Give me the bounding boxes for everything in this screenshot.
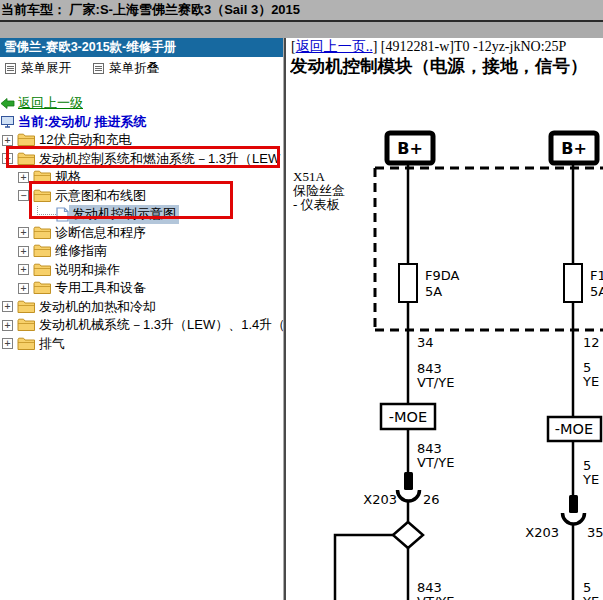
sidebar-item-9[interactable]: +发动机的加热和冷却 [0,298,283,317]
folder-icon [17,337,36,351]
tree-item-label[interactable]: 诊断信息和程序 [52,224,149,243]
fuse-name-right: F1 [590,268,603,283]
current-vehicle-bar: 当前车型： 厂家:S-上海雪佛兰赛欧3（Sail 3）2015 [0,0,603,22]
current-node-label: 当前:发动机/ 推进系统 [14,113,147,131]
tree-item-label[interactable]: 维修指南 [52,242,110,261]
folder-icon [17,152,36,166]
expand-toggle-icon[interactable]: + [2,338,13,349]
navigation-tree: 返回上一级 当前:发动机/ 推进系统 +12伏启动和充电−发动机控制系统和燃油系… [0,94,283,353]
folder-icon [33,226,52,240]
folder-icon [33,170,52,184]
manual-title: 雪佛兰-赛欧3-2015款-维修手册 [0,38,283,57]
wire-branch-left [335,535,393,600]
wire-circuit-right-mid: 5 [583,458,591,473]
b-plus-label-right: B+ [561,139,587,158]
sidebar-item-8[interactable]: +专用工具和设备 [0,279,283,298]
expand-toggle-icon[interactable]: + [18,227,29,238]
wire-color-right-top: YE [582,374,599,389]
wiring-diagram: X51A 保险丝盒 - 仪表板 B+ F9DA 5A 34 843 VT/YE … [287,40,603,600]
connector-pin-right: 35 [587,525,603,540]
menu-collapse-all-button[interactable]: 菜单折叠 [93,60,159,77]
tree-item-label[interactable]: 规格 [52,168,84,187]
sidebar-item-2[interactable]: +规格 [0,168,283,187]
expand-toggle-icon[interactable]: − [2,153,13,164]
tree-item-label[interactable]: 说明和操作 [52,261,123,280]
wire-circuit-left-mid: 843 [417,441,442,456]
fusebox-label-line1: X51A [293,169,325,184]
folder-icon [17,300,36,314]
fuse-symbol-right [564,264,582,302]
moe-label-left: -MOE [389,409,427,425]
sidebar-item-7[interactable]: +说明和操作 [0,261,283,280]
wire-circuit-left-bottom: 843 [417,580,442,595]
sidebar-item-0[interactable]: +12伏启动和充电 [0,131,283,150]
expand-toggle-icon[interactable]: + [18,172,29,183]
fusebox-label-line2: 保险丝盒 [293,183,345,198]
tree-item-label[interactable]: 排气 [36,335,68,354]
menu-collapse-label: 菜单折叠 [109,60,159,77]
fuse-name-left: F9DA [425,268,460,283]
tree-item-label[interactable]: 发动机控制示意图 [69,205,179,224]
sidebar: 雪佛兰-赛欧3-2015款-维修手册 菜单展开 菜单折叠 [0,38,283,600]
tree-item-label[interactable]: 发动机的加热和冷却 [36,298,159,317]
folder-icon [33,281,52,295]
sidebar-item-3[interactable]: −示意图和布线图 [0,187,283,206]
connector-plug-right [569,495,578,513]
sidebar-item-4[interactable]: 发动机控制示意图 [0,205,283,224]
tree-item-label[interactable]: 12伏启动和充电 [36,131,134,150]
wire-circuit-right-top: 5 [583,360,591,375]
sidebar-item-6[interactable]: +维修指南 [0,242,283,261]
sidebar-menubar: 菜单展开 菜单折叠 [0,57,283,80]
back-up-level-row[interactable]: 返回上一级 [0,94,283,113]
expand-toggle-icon[interactable]: + [2,301,13,312]
tree-item-label[interactable]: 发动机机械系统－1.3升（LEW）、1.4升（ [36,316,283,335]
fusebox-label-line3: - 仪表板 [293,197,340,212]
back-up-level-link[interactable]: 返回上一级 [15,94,83,112]
menu-list-icon [5,63,16,74]
sidebar-item-5[interactable]: +诊断信息和程序 [0,224,283,243]
current-node-row: 当前:发动机/ 推进系统 [0,113,283,132]
connector-pin-left: 26 [423,492,440,507]
wire-color-left-top: VT/YE [417,375,454,390]
expand-toggle-icon[interactable]: + [18,283,29,294]
connector-name-left: X203 [363,492,397,507]
splice-diamond [393,522,423,548]
folder-icon [33,189,52,203]
pin-number-right: 12 [583,335,600,350]
fuse-rating-left: 5A [425,284,442,299]
folder-icon [33,244,52,258]
folder-icon [17,318,36,332]
menu-expand-all-button[interactable]: 菜单展开 [5,60,71,77]
computer-icon [1,116,14,128]
fuse-symbol-left [399,264,417,302]
sidebar-item-11[interactable]: +排气 [0,335,283,354]
wire-circuit-right-bottom: 5 [583,580,591,595]
document-icon [56,207,69,222]
folder-icon [17,133,36,147]
green-back-arrow-icon [1,98,15,109]
wire-color-right-mid: YE [582,472,599,487]
expand-toggle-icon[interactable]: + [18,264,29,275]
moe-label-right: -MOE [555,421,593,437]
connector-socket-right [563,513,585,524]
tree-item-label[interactable]: 示意图和布线图 [52,187,149,206]
expand-toggle-icon[interactable]: + [2,135,13,146]
pin-number-left: 34 [417,335,434,350]
connector-socket-left [398,490,420,501]
sidebar-item-1[interactable]: −发动机控制系统和燃油系统－1.3升（LEW [0,150,283,169]
tree-item-label[interactable]: 发动机控制系统和燃油系统－1.3升（LEW [36,150,283,169]
connector-name-right: X203 [525,525,559,540]
menu-list-icon [93,63,104,74]
folder-icon [33,263,52,277]
expand-toggle-icon[interactable]: − [18,190,29,201]
fuse-rating-right: 5A [590,284,603,299]
connector-plug-left [404,472,413,490]
expand-toggle-icon[interactable]: + [2,320,13,331]
tree-item-label[interactable]: 专用工具和设备 [52,279,149,298]
wire-color-right-bottom: YE [582,594,599,600]
wire-color-left-bottom: VT/YE [417,594,454,600]
sidebar-item-10[interactable]: +发动机机械系统－1.3升（LEW）、1.4升（ [0,316,283,335]
tree-connector-line [37,206,56,215]
expand-toggle-icon[interactable]: + [18,246,29,257]
wire-color-left-mid: VT/YE [417,455,454,470]
